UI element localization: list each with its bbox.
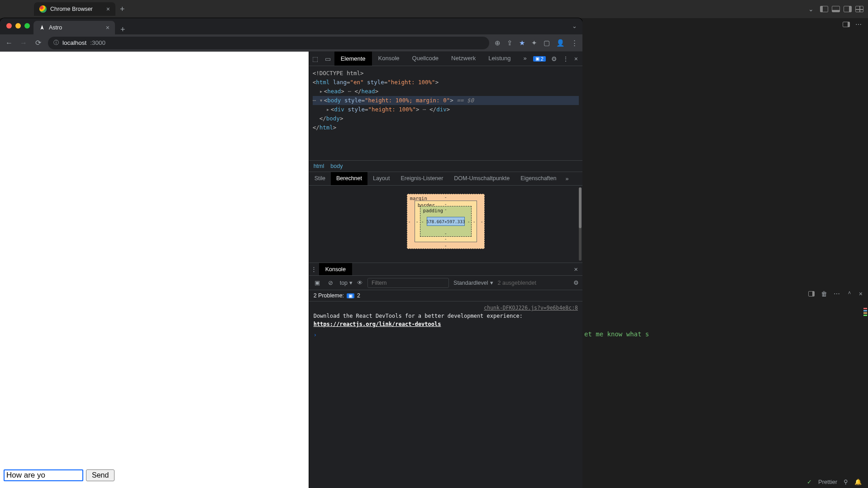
tab-konsole[interactable]: Konsole <box>372 52 406 66</box>
bookmark-icon[interactable]: ★ <box>519 39 525 47</box>
extensions-icon[interactable]: ✦ <box>531 39 537 47</box>
more-icon[interactable]: ⋯ <box>834 290 840 297</box>
problems-row[interactable]: 2 Probleme: ▣ 2 <box>309 290 582 301</box>
react-devtools-link[interactable]: https://reactjs.org/link/react-devtools <box>314 321 441 327</box>
host-tabs: Chrome Browser × + <box>0 2 129 16</box>
status-prettier[interactable]: Prettier <box>818 478 837 485</box>
host-tab-chrome[interactable]: Chrome Browser × <box>34 2 115 16</box>
subtab-stile[interactable]: Stile <box>309 172 331 185</box>
chat-input[interactable] <box>4 469 83 481</box>
terminal-output: et me know what s <box>584 330 868 338</box>
kebab-menu-icon[interactable]: ⋮ <box>563 55 569 62</box>
panel-bottom-icon[interactable] <box>832 6 840 12</box>
page-viewport: Send <box>0 52 309 488</box>
devtools-topbar: ⬚ ▭ Elemente Konsole Quellcode Netzwerk … <box>309 52 582 66</box>
clear-console-icon[interactable]: ⊘ <box>326 279 335 286</box>
trash-icon[interactable]: 🗑 <box>821 290 827 297</box>
reload-button[interactable]: ⟳ <box>33 38 43 47</box>
subtab-ereignis[interactable]: Ereignis-Listener <box>396 172 449 185</box>
check-icon: ✓ <box>807 478 812 485</box>
sidebar-toggle-icon[interactable]: ▣ <box>313 279 322 286</box>
close-icon[interactable]: × <box>574 55 578 62</box>
profile-icon[interactable]: 👤 <box>556 39 565 47</box>
window-maximize-button[interactable] <box>24 23 30 29</box>
dom-selected-node[interactable]: ⋯ ▾<body style="height: 100%; margin: 0"… <box>313 96 579 105</box>
side-panel-icon[interactable]: ▢ <box>544 39 550 47</box>
context-selector[interactable]: top ▾ <box>340 279 353 286</box>
device-toggle-icon[interactable]: ▭ <box>322 55 334 62</box>
chevron-down-icon: ▾ <box>349 279 353 286</box>
dom-tree[interactable]: <!DOCTYPE html> <html lang="en" style="h… <box>309 66 582 160</box>
console-filter-input[interactable] <box>367 278 449 288</box>
chevron-down-icon[interactable]: ⌄ <box>808 5 814 13</box>
traffic-lights <box>6 23 30 29</box>
subtab-dom-breakpoints[interactable]: DOM-Umschaltpunkte <box>448 172 515 185</box>
panel-right-icon[interactable] <box>844 6 852 12</box>
subtabs-overflow[interactable]: » <box>562 176 572 182</box>
bell-icon[interactable]: 🔔 <box>854 478 862 485</box>
console-drawer: ⋮ Konsole × ▣ ⊘ top ▾ 👁 Standardlevel ▾ … <box>309 263 582 488</box>
console-toolbar: ▣ ⊘ top ▾ 👁 Standardlevel ▾ 2 ausgeblend… <box>309 276 582 290</box>
tabs-menu-button[interactable]: ⌄ <box>572 23 577 29</box>
back-button[interactable]: ← <box>5 39 14 47</box>
panel-toggle-icon[interactable] <box>843 22 850 27</box>
host-topbar: Chrome Browser × + ⌄ <box>0 0 868 18</box>
drawer-menu-icon[interactable]: ⋮ <box>309 266 319 273</box>
panel-left-icon[interactable] <box>820 6 828 12</box>
console-output: chunk-DFKOJ226.js?v=9e6b4e8c:8 Download … <box>309 301 582 488</box>
close-icon[interactable]: × <box>859 290 863 297</box>
new-tab-button[interactable]: + <box>115 5 129 14</box>
broadcast-icon[interactable]: ⚲ <box>844 478 848 485</box>
box-model-margin[interactable]: margin - - - - border - - - - padding <box>407 194 485 249</box>
send-button[interactable]: Send <box>86 469 114 481</box>
live-expression-icon[interactable]: 👁 <box>357 280 363 286</box>
subtab-eigenschaften[interactable]: Eigenschaften <box>515 172 562 185</box>
chevron-up-icon[interactable]: ＾ <box>846 290 853 298</box>
forward-button[interactable]: → <box>19 39 28 47</box>
panel-grid-icon[interactable] <box>855 6 863 12</box>
new-tab-button[interactable]: + <box>115 25 131 34</box>
tabs-overflow[interactable]: » <box>517 52 533 66</box>
inspect-icon[interactable]: ⬚ <box>309 55 322 62</box>
subtab-berechnet[interactable]: Berechnet <box>331 172 367 185</box>
crumb-body[interactable]: body <box>330 163 343 169</box>
close-icon[interactable]: × <box>569 265 582 273</box>
hidden-messages[interactable]: 2 ausgeblendet <box>498 280 537 286</box>
terminal-toolbar: 🗑 ⋯ ＾ × <box>808 290 863 298</box>
log-level-selector[interactable]: Standardlevel ▾ <box>453 279 493 286</box>
console-message: Download the React DevTools for a better… <box>314 312 578 328</box>
window-close-button[interactable] <box>6 23 12 29</box>
gear-icon[interactable]: ⚙ <box>573 279 579 286</box>
subtab-layout[interactable]: Layout <box>367 172 396 185</box>
tab-quellcode[interactable]: Quellcode <box>406 52 445 66</box>
issues-badge[interactable]: 2 <box>533 56 546 62</box>
gear-icon[interactable]: ⚙ <box>551 55 557 62</box>
host-tab-title: Chrome Browser <box>50 6 93 12</box>
kebab-menu-icon[interactable]: ⋮ <box>571 39 578 47</box>
site-info-icon[interactable]: ⓘ <box>53 39 59 47</box>
message-source-link[interactable]: chunk-DFKOJ226.js?v=9e6b4e8c:8 <box>314 304 578 312</box>
chrome-icon <box>39 5 47 13</box>
close-icon[interactable]: × <box>106 5 110 13</box>
zoom-icon[interactable]: ⊕ <box>495 39 501 47</box>
more-icon[interactable]: ⋯ <box>855 21 862 28</box>
scrollbar[interactable] <box>579 187 582 261</box>
tab-leistung[interactable]: Leistung <box>482 52 517 66</box>
tab-elemente[interactable]: Elemente <box>334 52 372 66</box>
drawer-tab-konsole[interactable]: Konsole <box>319 263 352 275</box>
tab-netzwerk[interactable]: Netzwerk <box>445 52 482 66</box>
share-icon[interactable]: ⇪ <box>507 39 513 47</box>
box-model-border[interactable]: border - - - - padding - - - - <box>415 201 477 242</box>
address-bar[interactable]: ⓘ localhost:3000 <box>48 37 489 49</box>
box-model-content[interactable]: 578.667×597.333 <box>427 217 465 226</box>
split-terminal-icon[interactable] <box>808 291 815 297</box>
box-model-padding[interactable]: padding - - - - 578.667×597.333 <box>420 206 472 237</box>
close-icon[interactable]: × <box>106 24 110 31</box>
window-minimize-button[interactable] <box>15 23 21 29</box>
chevron-down-icon: ▾ <box>490 279 493 286</box>
browser-tab-astro[interactable]: Astro × <box>33 21 115 34</box>
devtools-tabs: Elemente Konsole Quellcode Netzwerk Leis… <box>334 52 533 66</box>
console-prompt[interactable]: › <box>314 328 578 339</box>
crumb-html[interactable]: html <box>314 163 324 169</box>
chat-bar: Send <box>4 469 114 481</box>
